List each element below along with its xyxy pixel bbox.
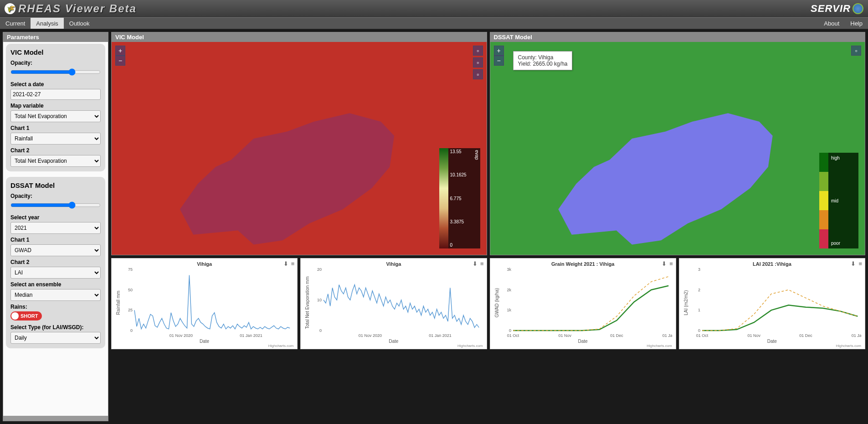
vic-legend: 13.55 10.1625 6.775 3.3875 0 evap (439, 148, 480, 248)
tab-outlook[interactable]: Outlook (64, 18, 95, 29)
content: VIC Model + − ▫ ▫ ▫ 13.55 10.1625 (111, 32, 865, 421)
dssat-zoom-controls: + − (494, 46, 504, 66)
main: Parameters VIC Model Opacity: Select a d… (0, 29, 868, 424)
svg-text:01 Dec: 01 Dec (610, 333, 623, 338)
dssat-ensemble-select[interactable]: Median (10, 289, 101, 301)
brand: SERVIR (811, 3, 863, 15)
download-icon[interactable]: ⬇ (851, 260, 856, 267)
dssat-year-select[interactable]: 2021 (10, 222, 101, 234)
svg-text:2: 2 (698, 288, 700, 292)
chart-title: Vihiga (304, 261, 483, 267)
svg-text:0: 0 (698, 328, 700, 333)
svg-text:Total Net Evaporation mm: Total Net Evaporation mm (305, 277, 310, 329)
svg-text:0: 0 (130, 328, 133, 333)
dssat-chart1-label: Chart 1 (10, 237, 101, 243)
app-header: 🌾 RHEAS Viewer Beta SERVIR (0, 0, 868, 17)
chart-lai: ⬇≡ LAI 2021 :Vihiga 012301 Oct01 Nov01 D… (679, 258, 865, 349)
dssat-map[interactable]: + − ▫ County: Vihiga Yield: 2665.00 kg/h… (490, 42, 865, 255)
tabs-right: About Help (818, 18, 868, 29)
menu-icon[interactable]: ≡ (669, 260, 673, 267)
legend-poor: poor (831, 241, 856, 246)
svg-text:01 Jan: 01 Jan (662, 333, 672, 338)
zoom-in-button[interactable]: + (494, 46, 504, 56)
chart-svg: 0102001 Nov 202001 Jan 2021Total Net Eva… (304, 267, 483, 339)
chart-title: Grain Weight 2021 : Vihiga (494, 261, 672, 267)
svg-text:10: 10 (317, 298, 322, 302)
vic-date-input[interactable] (10, 89, 101, 100)
tab-current[interactable]: Current (0, 18, 31, 29)
vic-legend-bar (439, 148, 448, 248)
dssat-region-shape[interactable] (554, 110, 777, 252)
vic-card: VIC Model Opacity: Select a date Map var… (6, 44, 105, 171)
vic-chart1-select[interactable]: Rainfall (10, 133, 101, 145)
layer-btn-3[interactable]: ▫ (473, 69, 483, 79)
zoom-out-button[interactable]: − (115, 56, 125, 66)
svg-text:GWAD (kg/ha): GWAD (kg/ha) (494, 288, 499, 318)
dssat-rains-label: Rains: (10, 304, 101, 310)
svg-text:01 Nov: 01 Nov (747, 333, 760, 338)
svg-text:3: 3 (698, 267, 700, 272)
zoom-out-button[interactable]: − (494, 56, 504, 66)
download-icon[interactable]: ⬇ (283, 260, 288, 267)
vic-chart2-select[interactable]: Total Net Evaporation (10, 155, 101, 167)
svg-text:75: 75 (128, 267, 133, 272)
parameters-body[interactable]: VIC Model Opacity: Select a date Map var… (3, 42, 108, 416)
layer-btn-2[interactable]: ▫ (473, 57, 483, 67)
vic-legend-var: evap (473, 148, 480, 248)
svg-text:01 Jan 2021: 01 Jan 2021 (240, 333, 262, 338)
svg-text:01 Oct: 01 Oct (696, 333, 709, 338)
download-icon[interactable]: ⬇ (473, 260, 478, 267)
rains-toggle-label: SHORT (21, 313, 38, 319)
tick: 10.1625 (450, 172, 472, 177)
menu-icon[interactable]: ≡ (480, 260, 484, 267)
legend-high: high (831, 155, 856, 160)
vic-map[interactable]: + − ▫ ▫ ▫ 13.55 10.1625 6.775 3.3875 0 (112, 42, 487, 255)
nav-help[interactable]: Help (845, 18, 868, 29)
dssat-legend-bar (819, 153, 828, 248)
vic-date-label: Select a date (10, 81, 101, 88)
vic-region-shape[interactable] (175, 110, 399, 252)
dssat-legend: high mid poor (819, 153, 858, 248)
vic-chart1-label: Chart 1 (10, 125, 101, 131)
svg-text:Rainfall mm: Rainfall mm (116, 291, 121, 315)
nav-about[interactable]: About (818, 18, 845, 29)
svg-text:01 Nov 2020: 01 Nov 2020 (169, 333, 193, 338)
dssat-chart1-select[interactable]: GWAD (10, 244, 101, 256)
vic-card-title: VIC Model (10, 48, 101, 56)
dssat-map-header: DSSAT Model (490, 32, 865, 42)
vic-mapvar-select[interactable]: Total Net Evaporation (10, 110, 101, 122)
dssat-opacity-slider[interactable] (10, 201, 101, 210)
layer-btn-1[interactable]: ▫ (473, 46, 483, 56)
download-icon[interactable]: ⬇ (662, 260, 667, 267)
dssat-legend-labels: high mid poor (828, 153, 858, 248)
dssat-tooltip: County: Vihiga Yield: 2665.00 kg/ha (513, 51, 573, 70)
chart-evap: ⬇≡ Vihiga 0102001 Nov 202001 Jan 2021Tot… (300, 258, 487, 349)
layer-btn-1[interactable]: ▫ (851, 46, 861, 56)
topbar: Current Analysis Outlook About Help (0, 17, 868, 29)
svg-text:LAI (m2/m2): LAI (m2/m2) (683, 290, 688, 315)
menu-icon[interactable]: ≡ (858, 260, 862, 267)
dssat-chart2-select[interactable]: LAI (10, 267, 101, 279)
sidebar: Parameters VIC Model Opacity: Select a d… (3, 32, 108, 421)
dssat-chart2-label: Chart 2 (10, 259, 101, 265)
menu-icon[interactable]: ≡ (291, 260, 295, 267)
dssat-type-select[interactable]: Daily (10, 332, 101, 344)
tooltip-yield: Yield: 2665.00 kg/ha (518, 61, 568, 67)
chart-gwad: ⬇≡ Grain Weight 2021 : Vihiga 01k2k3k01 … (490, 258, 676, 349)
zoom-in-button[interactable]: + (115, 46, 125, 56)
vic-map-header: VIC Model (112, 32, 487, 42)
chart-attr: Highcharts.com (115, 344, 293, 348)
chart-xlabel: Date (115, 339, 293, 344)
tab-analysis[interactable]: Analysis (31, 18, 63, 29)
chart-svg: 025507501 Nov 202001 Jan 2021Rainfall mm (115, 267, 293, 339)
chart-xlabel: Date (683, 339, 861, 344)
vic-zoom-controls: + − (115, 46, 125, 66)
chart-title: Vihiga (115, 261, 293, 267)
chart-xlabel: Date (304, 339, 483, 344)
rains-toggle[interactable]: SHORT (10, 311, 42, 321)
charts-row: ⬇≡ Vihiga 025507501 Nov 202001 Jan 2021R… (111, 258, 865, 349)
brand-text: SERVIR (811, 3, 851, 15)
svg-text:1k: 1k (507, 308, 511, 312)
vic-opacity-slider[interactable] (10, 67, 101, 77)
svg-text:01 Jan: 01 Jan (851, 333, 861, 338)
